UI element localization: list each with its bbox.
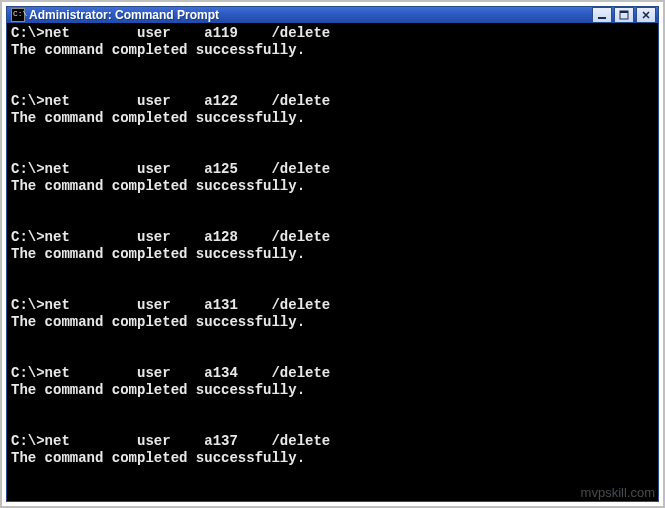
terminal-line: The command completed successfully.: [11, 314, 654, 331]
terminal-line: [11, 348, 654, 365]
titlebar[interactable]: Administrator: Command Prompt: [7, 7, 658, 23]
terminal-line: C:\>net user a128 /delete: [11, 229, 654, 246]
terminal-line: The command completed successfully.: [11, 450, 654, 467]
cmd-icon: [11, 8, 25, 22]
terminal-line: [11, 76, 654, 93]
window-title: Administrator: Command Prompt: [29, 8, 219, 22]
terminal-output[interactable]: C:\>net user a119 /deleteThe command com…: [7, 23, 658, 501]
terminal-line: [11, 484, 654, 501]
maximize-button[interactable]: [614, 7, 634, 23]
terminal-line: C:\>net user a131 /delete: [11, 297, 654, 314]
terminal-line: [11, 144, 654, 161]
terminal-line: The command completed successfully.: [11, 42, 654, 59]
terminal-line: [11, 195, 654, 212]
close-button[interactable]: [636, 7, 656, 23]
terminal-line: [11, 263, 654, 280]
terminal-line: C:\>net user a122 /delete: [11, 93, 654, 110]
svg-rect-2: [620, 11, 628, 13]
terminal-line: The command completed successfully.: [11, 382, 654, 399]
terminal-line: C:\>net user a134 /delete: [11, 365, 654, 382]
terminal-line: [11, 280, 654, 297]
command-prompt-window: Administrator: Command Prompt C:\>net us…: [6, 6, 659, 502]
minimize-button[interactable]: [592, 7, 612, 23]
terminal-line: [11, 467, 654, 484]
terminal-line: C:\>net user a137 /delete: [11, 433, 654, 450]
terminal-line: The command completed successfully.: [11, 110, 654, 127]
window-controls: [592, 7, 658, 23]
terminal-line: [11, 331, 654, 348]
terminal-line: C:\>net user a125 /delete: [11, 161, 654, 178]
terminal-line: The command completed successfully.: [11, 246, 654, 263]
terminal-line: The command completed successfully.: [11, 178, 654, 195]
screenshot-frame: Administrator: Command Prompt C:\>net us…: [0, 0, 665, 508]
terminal-line: [11, 399, 654, 416]
terminal-line: [11, 127, 654, 144]
svg-rect-0: [598, 17, 606, 19]
terminal-line: C:\>net user a119 /delete: [11, 25, 654, 42]
terminal-line: [11, 212, 654, 229]
terminal-line: [11, 59, 654, 76]
terminal-line: [11, 416, 654, 433]
